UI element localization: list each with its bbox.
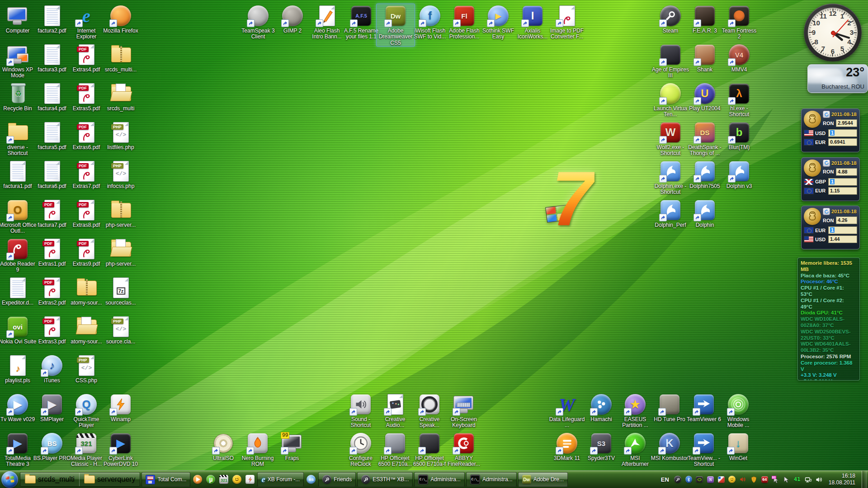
refresh-icon[interactable]	[823, 160, 830, 167]
desktop-icon-msi-kombustor[interactable]: KMSI Kombustor	[650, 431, 689, 462]
desktop-icon-blur-tm[interactable]: bBlur(TM)	[720, 120, 759, 151]
taskbar-icon-winamp[interactable]	[244, 473, 256, 486]
desktop-icon-srcds-multi[interactable]: srcds_multi...	[101, 42, 140, 73]
desktop-icon-listfiles-php[interactable]: PHP</>listfiles.php	[101, 120, 140, 151]
refresh-icon[interactable]	[823, 208, 830, 215]
tray-icon-creative-volume[interactable]	[739, 475, 747, 484]
desktop-icon-factura1-pdf[interactable]: factura1.pdf	[0, 159, 37, 190]
desktop-icon-3dmark-11[interactable]: 3DMark 11	[547, 431, 586, 462]
tray-icon-gpu-temp-41[interactable]: 41	[793, 475, 802, 484]
taskbar-window-steam-friends[interactable]: Friends	[318, 472, 356, 487]
taskbar-window-srcds-multi[interactable]: srcds_multi	[20, 473, 79, 486]
tray-icon-steam[interactable]	[674, 475, 682, 484]
clock-gadget[interactable]: 123456789101112	[804, 4, 862, 61]
tray-icon-volume[interactable]	[815, 475, 823, 484]
desktop-icon-steam[interactable]: Steam	[651, 4, 690, 34]
desktop-icon-extras1-pdf[interactable]: PDFExtras1.pdf	[33, 237, 71, 267]
currency-value-field[interactable]: 0.6941	[828, 138, 857, 146]
desktop-icon-extras8-pdf[interactable]: PDFExtras8.pdf	[67, 198, 106, 229]
taskbar-icon-yahoo-messenger[interactable]	[231, 473, 243, 486]
desktop-icon-msi-afterburner[interactable]: MSI Afterburner	[616, 431, 655, 468]
taskbar-window-cmd-administrator-2[interactable]: C:\_Administra...	[466, 472, 517, 487]
desktop-icon-team-fortress-2[interactable]: Team Fortress 2	[720, 4, 759, 41]
system-monitor-gadget[interactable]: Memorie libera: 1535 MBPlaca de baza: 45…	[797, 258, 860, 380]
desktop-icon-teamview-shortcut[interactable]: TeamView... - Shortcut	[684, 431, 723, 468]
desktop-icon-adobe-reader-9[interactable]: Adobe Reader 9	[0, 237, 37, 274]
desktop-icon-factura3-pdf[interactable]: factura3.pdf	[33, 42, 71, 73]
tray-icon-bluetooth[interactable]	[684, 475, 693, 484]
desktop-icon-sourceclas[interactable]: 7zsourceclas...	[101, 276, 140, 306]
tray-icon-cpu-64[interactable]: 64	[760, 475, 769, 484]
desktop-icon-quicktime-player[interactable]: QQuickTime Player	[67, 392, 106, 429]
desktop-icon-extras5-pdf[interactable]: PDFExtras5.pdf	[67, 81, 106, 112]
desktop-icon-dolphin[interactable]: Dolphin	[685, 198, 724, 229]
desktop-icon-a-f-5-rename-your-files-1-1[interactable]: A.F.5A.F.5 Rename your files 1.1	[342, 4, 381, 41]
desktop-icon-hp-officejet-6500-e710a-f[interactable]: HP Officejet 6500 E710a-f	[410, 431, 449, 468]
desktop-icon-dolphin7505[interactable]: Dolphin7505	[685, 159, 724, 190]
show-desktop-button[interactable]	[862, 471, 867, 488]
desktop-icon-expeditor-d[interactable]: Expeditor.d...	[0, 276, 37, 306]
currency-gadget-3[interactable]: 2011-08-18RON4.26EUR1USD1.44	[801, 206, 860, 249]
desktop-icon-hp-officejet-6500-e710a[interactable]: HP Officejet 6500 E710a...	[376, 431, 415, 468]
desktop-icon-dolphin-exe-shortcut[interactable]: Dolphin.exe - Shortcut	[651, 159, 690, 196]
taskbar-clock[interactable]: 16:18 18.08.2011	[826, 473, 859, 486]
currency-value-field[interactable]: 1.15	[828, 187, 857, 195]
desktop-icon-iwisoft-flash-swf-to-vid[interactable]: fiWisoft Flash SWF to Vid...	[410, 4, 449, 41]
desktop-icon-fraps[interactable]: 99Fraps	[273, 431, 311, 462]
desktop-icon-windows-mobile[interactable]: Windows Mobile ...	[719, 392, 758, 429]
desktop-icon-factura7-pdf[interactable]: PDFfactura7.pdf	[33, 198, 71, 229]
desktop-icon-dolphin-perf[interactable]: Dolphin_Perf	[651, 198, 690, 229]
taskbar-window-total-commander[interactable]: Total Com...	[142, 472, 190, 487]
desktop-icon-playlist-pls[interactable]: ♪playlist.pls	[0, 353, 37, 384]
desktop-icon-play-ut2004[interactable]: UPlay UT2004	[685, 81, 724, 112]
desktop-icon-mmv4[interactable]: V4MMV4	[720, 42, 759, 73]
currency-value-field[interactable]: 1	[828, 178, 857, 186]
desktop-icon-extras2-pdf[interactable]: PDFExtras2.pdf	[33, 276, 71, 306]
tray-icon-yahoo[interactable]	[728, 475, 736, 484]
desktop-icon-factura5-pdf[interactable]: factura5.pdf	[33, 120, 71, 151]
desktop-icon-extras3-pdf[interactable]: PDFExtras3.pdf	[33, 314, 71, 345]
desktop-icon-axialis-iconworks[interactable]: IAxialis IconWorks...	[513, 4, 552, 41]
desktop-icon-tv-wave-v029[interactable]: ▶Tv Wave v029	[0, 392, 37, 423]
taskbar-icon-media-player-classic[interactable]: 321	[218, 473, 230, 486]
desktop-icon-atomy-sour[interactable]: atomy-sour...	[67, 314, 106, 345]
tray-icon-cursor[interactable]	[782, 475, 791, 484]
desktop-icon-extras9-pdf[interactable]: PDFExtras9.pdf	[67, 237, 106, 267]
desktop-icon-php-server[interactable]: php-server...	[101, 198, 140, 229]
desktop-icon-internet-explorer[interactable]: eInternet Explorer	[67, 4, 106, 41]
desktop-icon-teamspeak-3-client[interactable]: TeamSpeak 3 Client	[239, 4, 278, 41]
desktop-icon-computer[interactable]: Computer	[0, 4, 37, 34]
desktop-icon-extras4-pdf[interactable]: PDFExtras4.pdf	[67, 42, 106, 73]
desktop-icon-spyder3tv[interactable]: S3Spyder3TV	[582, 431, 621, 462]
currency-gadget-2[interactable]: 2011-08-18RON4.88GBP1EUR1.15	[801, 157, 860, 201]
taskbar-icon-windows-media-player[interactable]	[192, 473, 203, 486]
desktop-icon-age-of-empires-iii[interactable]: Age of Empires III	[651, 42, 690, 80]
taskbar-icon-bsplayer[interactable]: BS	[305, 473, 317, 486]
desktop-icon-adobe-dreamweaver-cs5[interactable]: DwAdobe Dreamweaver CS5	[376, 4, 415, 47]
tray-icon-network[interactable]	[804, 475, 812, 484]
desktop-icon-winamp[interactable]: Winamp	[101, 392, 140, 423]
desktop-icon-srcds-multi[interactable]: srcds_multi	[101, 81, 140, 112]
desktop-icon-infocss-php[interactable]: PHP</>infocss.php	[101, 159, 140, 190]
desktop-icon-teamviewer-6[interactable]: TeamViewer 6	[684, 392, 723, 423]
desktop-icon-configure-reclock[interactable]: Configure ReClock	[341, 431, 380, 468]
desktop-icon-image-to-pdf-converter-f[interactable]: Image to PDF Converter F...	[547, 4, 586, 41]
desktop-icon-winget[interactable]: ↓WinGet	[719, 431, 758, 462]
desktop-icon-mozilla-firefox[interactable]: Mozilla Firefox	[101, 4, 140, 34]
desktop-icon-css-php[interactable]: PHP</>CSS.php	[67, 353, 106, 384]
desktop-icon-deathspank-thongs-of[interactable]: DSDeathSpank - Thongs of ...	[685, 120, 724, 157]
desktop-icon-php-server[interactable]: php-server...	[101, 237, 140, 267]
desktop-icon-launch-virtua-ten[interactable]: Launch Virtua Ten...	[651, 81, 690, 118]
desktop-icon-totalmedia-theatre-3[interactable]: ▶TotalMedia Theatre 3	[0, 431, 37, 468]
currency-value-field[interactable]: 1	[828, 129, 857, 137]
desktop-icon-nokia-ovi-suite[interactable]: oviNokia Ovi Suite	[0, 314, 37, 345]
desktop-icon-factura4-pdf[interactable]: factura4.pdf	[33, 81, 71, 112]
desktop-icon-hl-exe-shortcut[interactable]: λhl.exe - Shortcut	[720, 81, 759, 118]
taskbar-icon-utorrent[interactable]: µ	[205, 473, 217, 486]
tray-icon-osd-60[interactable]: 60	[771, 475, 780, 484]
desktop-icon-hd-tune-pro[interactable]: HD Tune Pro	[650, 392, 689, 423]
weather-gadget[interactable]: 23° Bucharest, ROU	[807, 64, 868, 93]
desktop-icon-microsoft-office-outl[interactable]: OMicrosoft Office Outl...	[0, 198, 37, 235]
desktop-icon-atomy-sour[interactable]: atomy-sour...	[67, 276, 106, 306]
desktop[interactable]: 7 Computerfactura2.pdfeInternet Explorer…	[0, 0, 868, 471]
